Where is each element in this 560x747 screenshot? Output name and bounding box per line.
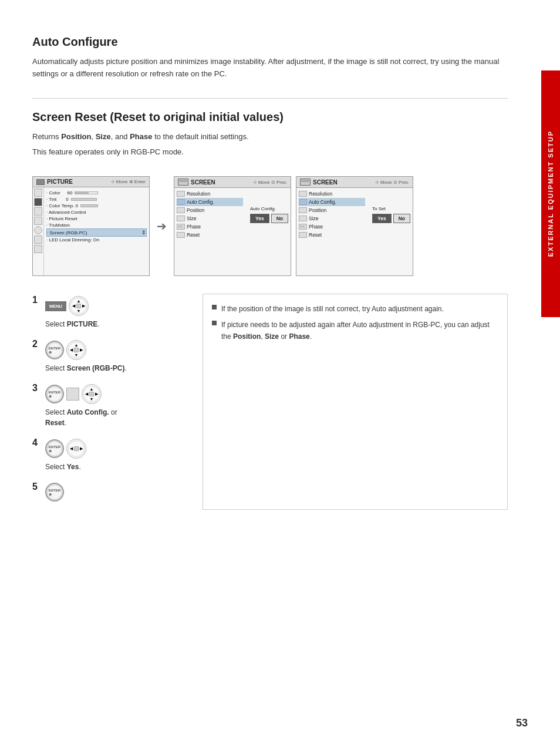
s1-colortemp-row: · Color Temp.0 xyxy=(46,203,147,209)
s1-icon-3 xyxy=(34,207,42,216)
s3-autoconfig: Auto Config. xyxy=(299,198,365,206)
s1-icon-2 xyxy=(34,198,42,206)
step1-number: 1 xyxy=(32,295,41,305)
screen2-menu: Resolution Auto Config. Position Size xyxy=(174,188,245,241)
s1-icon-7 xyxy=(34,245,42,253)
nav-cluster-2[interactable]: ▲ ◀ ▶ ▼ xyxy=(66,340,86,360)
screen2-header-icon xyxy=(178,179,188,186)
screen3-menu: Resolution Auto Config. Position Size xyxy=(296,188,367,241)
screen1-header: PICTURE ⊹ Move ⊛ Enter xyxy=(33,177,149,187)
step4-button-group: ENTER⊛ ◀ ▶ xyxy=(45,439,86,459)
screen2-body: Resolution Auto Config. Position Size xyxy=(174,188,291,241)
step3-controls: ENTER⊛ ▲ ◀ ▶ xyxy=(45,382,117,428)
s3-position: Position xyxy=(299,206,365,214)
screen2-mockup: SCREEN ⊹ Move ⊙ Prev. Resolution Auto Co… xyxy=(174,176,291,276)
enter-button-2[interactable]: ENTER⊛ xyxy=(45,341,64,359)
screen3-header-icon xyxy=(300,179,311,186)
nav-cluster-4[interactable]: ◀ ▶ xyxy=(66,439,86,459)
step5-controls: ENTER⊛ xyxy=(45,480,64,502)
screen3-title-text: SCREEN xyxy=(313,179,338,186)
step5-number: 5 xyxy=(32,482,41,492)
nav-cluster-3[interactable]: ▲ ◀ ▶ ▼ xyxy=(82,384,102,404)
s3-size: Size xyxy=(299,214,365,223)
step3-number: 3 xyxy=(32,383,41,393)
screen3-header: SCREEN ⊹ Move ⊙ Prev. xyxy=(296,177,413,188)
steps-section: 1 MENU ▲ ◀ ▶ xyxy=(32,294,508,510)
steps-right: If the position of the image is still no… xyxy=(203,294,508,510)
s3-yn-buttons: Yes No xyxy=(372,214,410,223)
step4-controls: ENTER⊛ ◀ ▶ xyxy=(45,436,86,472)
screen3-body: Resolution Auto Config. Position Size xyxy=(296,188,413,241)
step5-button-group: ENTER⊛ xyxy=(45,483,64,502)
s2-yes-btn[interactable]: Yes xyxy=(250,214,269,223)
section2-line1: Returns Position, Size, and Phase to the… xyxy=(32,131,508,143)
main-content: Auto Configure Automatically adjusts pic… xyxy=(0,0,540,551)
step3-icon xyxy=(66,388,79,401)
note1-item: If the position of the image is still no… xyxy=(212,303,498,315)
s2-resolution: Resolution xyxy=(177,190,243,198)
nav-cluster-1[interactable]: ▲ ◀ ▶ ▼ xyxy=(69,296,89,316)
s2-yn-buttons: Yes No xyxy=(250,214,288,223)
step1-text: Select PICTURE. xyxy=(45,316,100,329)
section2-line2: This feature operates only in RGB-PC mod… xyxy=(32,146,508,159)
arrow-right-1: ➔ xyxy=(154,219,169,233)
steps-left: 1 MENU ▲ ◀ ▶ xyxy=(32,294,185,510)
s3-reset: Reset xyxy=(299,231,365,239)
note2-bullet xyxy=(212,321,217,325)
step2-text: Select Screen (RGB-PC). xyxy=(45,360,127,374)
section1-title: Auto Configure xyxy=(32,35,508,49)
s3-no-btn[interactable]: No xyxy=(393,214,410,223)
s2-autoconfig: Auto Config. xyxy=(177,198,243,206)
screen1-header-icon xyxy=(36,179,45,185)
section1-body: Automatically adjusts picture position a… xyxy=(32,56,508,80)
step1-row: 1 MENU ▲ ◀ ▶ xyxy=(32,294,185,329)
side-tab: EXTERNAL EQUIPMENT SETUP xyxy=(541,70,560,317)
s3-resolution: Resolution xyxy=(299,190,365,198)
screen2-header: SCREEN ⊹ Move ⊙ Prev. xyxy=(174,177,291,188)
s1-icon-5 xyxy=(34,226,42,234)
s2-no-btn[interactable]: No xyxy=(271,214,288,223)
step4-row: 4 ENTER⊛ ◀ ▶ xyxy=(32,436,185,472)
step4-text: Select Yes. xyxy=(45,459,86,472)
s3-phase: PC Phase xyxy=(299,223,365,231)
step3-row: 3 ENTER⊛ ▲ xyxy=(32,382,185,428)
divider xyxy=(32,98,508,99)
s1-icon-4 xyxy=(34,217,42,225)
enter-button-3[interactable]: ENTER⊛ xyxy=(45,385,64,403)
note1-text: If the position of the image is still no… xyxy=(221,303,444,315)
step2-number: 2 xyxy=(32,339,41,349)
step3-text: Select Auto Config. orReset. xyxy=(45,404,117,428)
screen1-mockup: PICTURE ⊹ Move ⊛ Enter · Color60 xyxy=(32,176,150,276)
s3-yes-btn[interactable]: Yes xyxy=(372,214,392,223)
menu-button[interactable]: MENU xyxy=(45,301,66,311)
screen2-right-panel: Auto Config. Yes No xyxy=(248,188,291,241)
screen2-nav: ⊹ Move ⊙ Prev. xyxy=(253,180,287,185)
step3-button-group: ENTER⊛ ▲ ◀ ▶ xyxy=(45,384,117,404)
screen3-nav: ⊹ Move ⊙ Prev. xyxy=(375,180,409,185)
step1-button-group: MENU ▲ ◀ ▶ ▼ xyxy=(45,296,100,316)
note2-text: If picture needs to be adjusted again af… xyxy=(221,319,498,343)
note2-item: If picture needs to be adjusted again af… xyxy=(212,319,498,343)
s1-advanced-row: · Advanced Control xyxy=(46,209,147,216)
step2-button-group: ENTER⊛ ▲ ◀ ▶ ▼ xyxy=(45,340,127,360)
s2-phase: PC Phase xyxy=(177,223,243,231)
step2-row: 2 ENTER⊛ ▲ ◀ xyxy=(32,338,185,374)
enter-button-5[interactable]: ENTER⊛ xyxy=(45,483,64,502)
s1-tint-row: · Tint0 xyxy=(46,196,147,203)
s1-led-row: · LED Local Dimming: On xyxy=(46,237,147,243)
screen3-mockup: SCREEN ⊹ Move ⊙ Prev. Resolution Auto Co… xyxy=(296,176,413,276)
section2-title: Screen Reset (Reset to original initial … xyxy=(32,110,508,124)
s1-color-row: · Color60 xyxy=(46,190,147,196)
side-tab-text: EXTERNAL EQUIPMENT SETUP xyxy=(547,130,554,257)
s1-reset-row: · Picture Reset xyxy=(46,216,147,222)
s1-icon-6 xyxy=(34,235,42,244)
screen1-body-wrapper: · Color60 · Tint0 · Color Temp.0 · Advan… xyxy=(33,187,149,275)
page-number: 53 xyxy=(516,717,528,729)
step5-row: 5 ENTER⊛ xyxy=(32,480,185,502)
enter-button-4[interactable]: ENTER⊛ xyxy=(45,439,64,458)
screen2-title-text: SCREEN xyxy=(191,179,215,186)
s1-screen-row: · Screen (RGB-PC) ⇕ xyxy=(46,228,147,237)
s1-icon-1 xyxy=(34,189,42,197)
screens-container: PICTURE ⊹ Move ⊛ Enter · Color60 xyxy=(32,176,508,276)
s2-size: Size xyxy=(177,214,243,223)
